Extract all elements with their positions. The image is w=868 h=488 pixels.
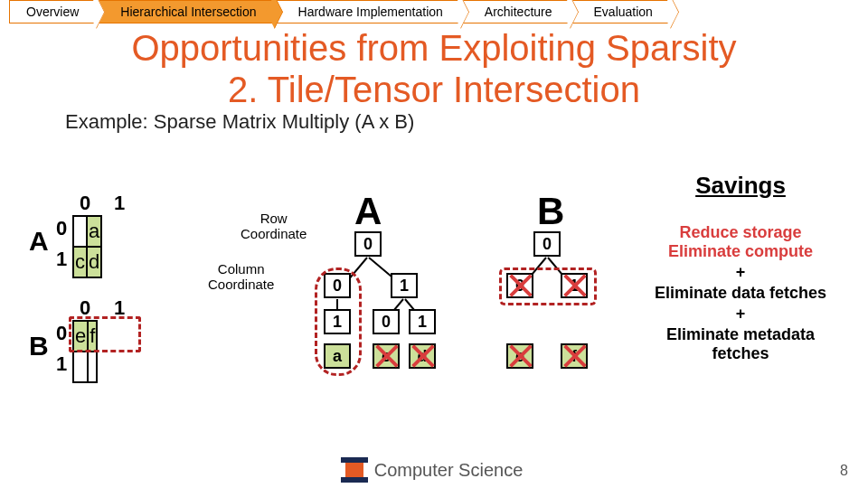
row-coord-label: Row Coordinate	[241, 211, 307, 241]
nav-evaluation[interactable]: Evaluation	[571, 0, 671, 23]
matrix-b-col0: 0	[80, 296, 90, 320]
a-root: 0	[354, 231, 382, 257]
footer: Computer Science	[0, 457, 868, 483]
tree-area: Row Coordinate Column Coordinate A 0 0 1…	[250, 202, 647, 410]
nav-architecture[interactable]: Architecture	[461, 0, 571, 23]
footer-text: Computer Science	[374, 460, 524, 481]
savings-l4: Eliminate metadata fetches	[637, 325, 844, 363]
b-val-e: e	[506, 343, 533, 369]
savings-plus1: +	[637, 263, 844, 282]
example-label: Example: Sparse Matrix Multiply (A x B)	[65, 110, 868, 134]
nav-hardware[interactable]: Hardware Implementation	[275, 0, 461, 23]
b-root: 0	[533, 231, 561, 257]
savings-heading: Savings	[637, 172, 844, 200]
matrix-a-label: A	[29, 226, 49, 257]
nav-hierarchical[interactable]: Hierarchical Intersection	[97, 0, 274, 23]
a-r-r: 1	[409, 309, 436, 334]
cell-a11: d	[87, 247, 101, 277]
matrix-b-row1: 1	[56, 352, 67, 376]
a-val-d: d	[409, 343, 436, 369]
savings-l3: Eliminate data fetches	[637, 284, 844, 303]
cell-b11	[88, 352, 97, 382]
cell-a10: c	[73, 247, 87, 277]
cell-b10	[73, 352, 88, 382]
savings-plus2: +	[637, 305, 844, 324]
title-line2: 2. Tile/Tensor Intersection	[228, 70, 640, 109]
col-coord-label: Column Coordinate	[208, 262, 274, 292]
cell-a00	[73, 216, 87, 247]
a-val-a: a	[324, 343, 351, 369]
matrix-a-row1: 1	[56, 248, 67, 271]
nav-overview[interactable]: Overview	[9, 0, 97, 23]
page-number: 8	[840, 463, 848, 479]
a-l0: 0	[324, 273, 351, 298]
matrix-a-col1: 1	[114, 192, 125, 215]
a-r-l: 0	[373, 309, 400, 334]
tree-b-label: B	[537, 190, 564, 233]
cell-a01: a	[87, 216, 101, 247]
b-val-f: f	[561, 343, 588, 369]
matrix-b-row0: 0	[56, 322, 67, 345]
illinois-logo-icon	[345, 457, 363, 483]
matrix-b-label: B	[29, 331, 49, 361]
tree-a-label: A	[354, 190, 382, 233]
matrix-b-col1: 1	[114, 296, 125, 320]
b-l: 0	[506, 273, 533, 298]
a-val-c: c	[373, 343, 400, 369]
cell-b00: e	[73, 321, 88, 352]
title-line1: Opportunities from Exploiting Sparsity	[131, 28, 736, 68]
page-title: Opportunities from Exploiting Sparsity 2…	[0, 27, 868, 110]
b-r: 1	[561, 273, 588, 298]
a-l-leaf: 1	[324, 309, 351, 334]
savings-l1: Reduce storage	[637, 223, 844, 242]
savings-panel: Savings Reduce storage Eliminate compute…	[637, 172, 844, 365]
a-r1: 1	[391, 273, 418, 298]
savings-l2: Eliminate compute	[637, 242, 844, 261]
breadcrumb: Overview Hierarchical Intersection Hardw…	[0, 0, 868, 23]
cell-b01: f	[88, 321, 97, 352]
matrix-a-row0: 0	[56, 217, 67, 240]
matrix-a-col0: 0	[80, 192, 90, 215]
